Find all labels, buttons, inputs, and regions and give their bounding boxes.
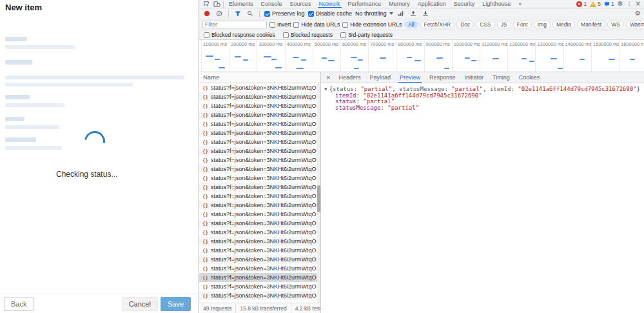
request-row[interactable]: {}status?f=json&token=3NKHt6i2urmWtqOu… [199,201,320,210]
back-button[interactable]: Back [4,297,34,311]
devtools-tab-memory[interactable]: Memory [385,0,414,8]
detail-tab-headers[interactable]: Headers [334,72,365,83]
record-network-log-icon[interactable] [202,11,211,16]
filter-chip-media[interactable]: Media [552,21,575,28]
hide-data-urls-checkbox[interactable]: Hide data URLs [293,21,340,28]
warning-badge[interactable]: 5 [590,1,601,7]
json-file-icon: {} [202,112,208,118]
request-name: status?f=json&token=3NKHt6i2urmWtqOu… [211,148,317,154]
request-row[interactable]: {}status?f=json&token=3NKHt6i2urmWtqOu… [199,174,320,183]
json-file-icon: {} [202,85,208,91]
filter-chip-css[interactable]: CSS [476,21,494,28]
request-mark [219,67,225,68]
issues-badge[interactable]: 1 [604,1,614,7]
request-row[interactable]: {}status?f=json&token=3NKHt6i2urmWtqOu… [199,291,320,300]
devtools-tab-performance[interactable]: Performance [344,0,385,8]
request-row[interactable]: {}status?f=json&token=3NKHt6i2urmWtqOu… [199,128,320,137]
timeline-gridline [591,40,592,72]
request-row[interactable]: {}status?f=json&token=3NKHt6i2urmWtqOu… [199,83,320,92]
request-row[interactable]: {}status?f=json&token=3NKHt6i2urmWtqOu… [199,119,320,128]
request-row[interactable]: {}status?f=json&token=3NKHt6i2urmWtqOu… [199,156,320,165]
inspect-element-icon[interactable] [201,1,211,7]
filter-input[interactable] [202,21,267,28]
request-rows-container: {}status?f=json&token=3NKHt6i2urmWtqOu…{… [199,83,320,300]
disable-cache-checkbox[interactable]: Disable cache [308,10,353,17]
settings-gear-icon[interactable]: ⚙ [618,1,623,7]
request-row[interactable]: {}status?f=json&token=3NKHt6i2urmWtqOu… [199,255,320,264]
timeline-gridline [340,40,341,72]
detail-tab-preview[interactable]: Preview [395,72,425,83]
close-detail-icon[interactable]: × [322,74,334,81]
devtools-tab-network[interactable]: Network [315,0,344,8]
request-row[interactable]: {}status?f=json&token=3NKHt6i2urmWtqOu… [199,282,320,291]
devtools-tab-sources[interactable]: Sources [286,0,315,8]
scrollbar-thumb[interactable] [317,185,320,212]
request-row[interactable]: {}status?f=json&token=3NKHt6i2urmWtqOu… [199,101,320,110]
import-har-icon[interactable] [409,10,418,17]
error-badge[interactable]: 1 [576,1,587,7]
filter-chip-manifest[interactable]: Manifest [577,21,605,28]
device-toolbar-icon[interactable] [211,1,222,8]
filter-chip-all[interactable]: All [404,21,418,28]
checkbox-blocked-response-cookies[interactable]: Blocked response cookies [204,32,275,38]
loading-spinner-icon [81,127,110,156]
filter-chip-wasm[interactable]: Wasm [626,21,644,28]
request-row[interactable]: {}status?f=json&token=3NKHt6i2urmWtqOu… [199,137,320,146]
search-icon[interactable] [246,10,255,17]
export-har-icon[interactable] [421,10,430,17]
devtools-tab-application[interactable]: Application [414,0,450,8]
request-row[interactable]: {}status?f=json&token=3NKHt6i2urmWtqOu… [199,228,320,237]
devtools-tab-elements[interactable]: Elements [225,0,257,8]
json-file-icon: {} [202,266,208,272]
clear-network-log-icon[interactable] [215,10,224,17]
devtools-tab-console[interactable]: Console [257,0,286,8]
cancel-button[interactable]: Cancel [122,297,158,311]
filter-chip-font[interactable]: Font [513,21,532,28]
request-row[interactable]: {}status?f=json&token=3NKHt6i2urmWtqOu… [199,237,320,246]
devtools-tab-security[interactable]: Security [450,0,479,8]
request-row[interactable]: {}status?f=json&token=3NKHt6i2urmWtqOu… [199,273,320,282]
detail-tab-response[interactable]: Response [425,72,460,83]
request-row[interactable]: {}status?f=json&token=3NKHt6i2urmWtqOu… [199,192,320,201]
request-row[interactable]: {}status?f=json&token=3NKHt6i2urmWtqOu… [199,264,320,273]
network-conditions-icon[interactable] [396,10,405,17]
detail-tab-initiator[interactable]: Initiator [460,72,489,83]
preserve-log-checkbox[interactable]: Preserve log [264,10,305,17]
network-settings-gear-icon[interactable]: ⚙ [635,10,641,17]
json-file-icon: {} [202,248,208,254]
expand-caret-icon[interactable]: ▼ [324,86,327,91]
request-row[interactable]: {}status?f=json&token=3NKHt6i2urmWtqOu… [199,92,320,101]
detail-tab-timing[interactable]: Timing [488,72,514,83]
more-tabs-button[interactable]: » [514,0,525,8]
close-devtools-icon[interactable]: × [636,1,641,7]
filter-funnel-icon[interactable] [233,10,242,17]
filter-chip-js[interactable]: JS [497,21,511,28]
filter-chip-ws[interactable]: WS [607,21,624,28]
request-row[interactable]: {}status?f=json&token=3NKHt6i2urmWtqOu… [199,146,320,156]
throttling-dropdown[interactable]: No throttling [355,10,393,17]
invert-checkbox[interactable]: Invert [269,21,291,28]
detail-tab-cookies[interactable]: Cookies [514,72,545,83]
request-row[interactable]: {}status?f=json&token=3NKHt6i2urmWtqOu… [199,246,320,255]
request-row[interactable]: {}status?f=json&token=3NKHt6i2urmWtqOu… [199,110,320,119]
hide-extension-urls-checkbox[interactable]: Hide extension URLs [342,21,402,28]
request-row[interactable]: {}status?f=json&token=3NKHt6i2urmWtqOu… [199,165,320,174]
kebab-menu-icon[interactable]: ⋮ [627,1,632,7]
json-file-icon: {} [202,176,208,181]
filter-chip-doc[interactable]: Doc [456,21,474,28]
filter-chip-fetch-xhr[interactable]: Fetch/XHR [420,21,455,28]
filter-chip-img[interactable]: Img [534,21,551,28]
save-button[interactable]: Save [161,297,191,311]
name-column-header[interactable]: Name [199,72,320,83]
request-row[interactable]: {}status?f=json&token=3NKHt6i2urmWtqOu… [199,183,320,192]
devtools-tab-lighthouse[interactable]: Lighthouse [478,0,514,8]
divider [259,10,260,17]
checkbox-3rd-party-requests[interactable]: 3rd-party requests [340,32,393,38]
request-row[interactable]: {}status?f=json&token=3NKHt6i2urmWtqOu… [199,210,320,219]
checkbox-blocked-requests[interactable]: Blocked requests [283,32,333,38]
page-title: New item [5,3,42,12]
waterfall-overview[interactable]: 100000 ms200000 ms300000 ms400000 ms5000… [199,40,644,72]
request-row[interactable]: {}status?f=json&token=3NKHt6i2urmWtqOu… [199,219,320,228]
request-mark [436,57,443,59]
detail-tab-payload[interactable]: Payload [365,72,395,83]
